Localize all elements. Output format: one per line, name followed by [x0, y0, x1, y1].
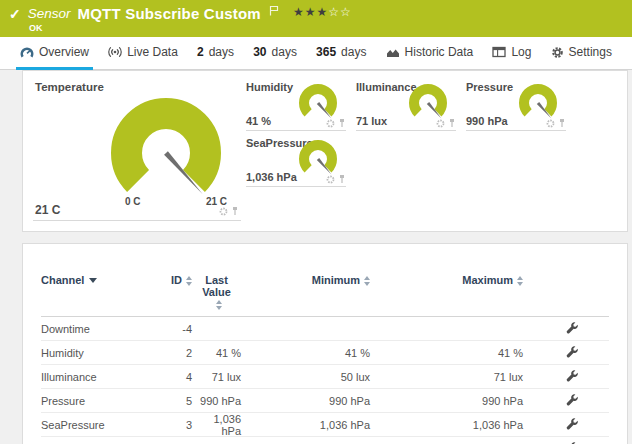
tab-log[interactable]: Log	[488, 37, 535, 70]
column-header-channel[interactable]: Channel	[41, 274, 136, 286]
tab-bar: Overview Live Data 2 days 30 days 365 da…	[0, 37, 632, 70]
table-row-humidity: Humidity 2 41 % 41 % 41 %	[41, 341, 609, 365]
gauge-pin-icon[interactable]	[231, 206, 239, 216]
gauge-panel-illuminance[interactable]: Illuminance 71 lux	[356, 81, 456, 131]
historic-data-icon	[386, 46, 400, 58]
channel-name: SeaPressure	[41, 419, 136, 431]
sort-icon	[517, 276, 523, 286]
priority-stars-filled[interactable]: ★★★	[293, 5, 328, 19]
channel-id: 2	[136, 347, 192, 359]
sensor-title: MQTT Subscribe Custom	[78, 5, 261, 22]
gauge-pin-icon[interactable]	[558, 118, 566, 128]
priority-stars[interactable]: ★★★☆☆	[293, 5, 352, 19]
tab-30-days[interactable]: 30 days	[249, 37, 301, 70]
column-label: Minimum	[312, 274, 360, 286]
tab-label: days	[209, 45, 234, 59]
channel-minimum: 1,036 hPa	[241, 419, 370, 431]
gauge-value: 71 lux	[356, 115, 387, 127]
tab-365-days[interactable]: 365 days	[312, 37, 370, 70]
column-header-last-value[interactable]: Last Value	[192, 274, 241, 310]
divider	[356, 130, 456, 131]
channel-table-card: Channel ID Last Value Minimum Maximum Do…	[22, 243, 628, 444]
gauge-panel-pressure[interactable]: Pressure 990 hPa	[466, 81, 566, 131]
table-row-illuminance: Illuminance 4 71 lux 50 lux 71 lux	[41, 365, 609, 389]
channel-name: Illuminance	[41, 371, 136, 383]
table-row-downtime: Downtime -4	[41, 317, 609, 341]
column-label: Last Value	[195, 274, 239, 298]
channel-minimum: 990 hPa	[241, 395, 370, 407]
tab-live-data[interactable]: Live Data	[104, 37, 182, 70]
column-label: ID	[171, 274, 182, 286]
gauge-settings-gear-icon[interactable]	[219, 207, 228, 216]
gauge-panel-temperature[interactable]: Temperature 0 C 21 C 21 C	[31, 79, 243, 225]
gauge-settings-gear-icon[interactable]	[436, 119, 445, 128]
gauge-settings-gear-icon[interactable]	[326, 175, 335, 184]
gauge-scale-min: 0 C	[125, 196, 141, 207]
channel-name: Humidity	[41, 347, 136, 359]
gear-icon	[551, 46, 564, 59]
gauge-pin-icon[interactable]	[338, 118, 346, 128]
gauge-settings-gear-icon[interactable]	[546, 119, 555, 128]
column-header-id[interactable]: ID	[136, 274, 192, 286]
tab-settings[interactable]: Settings	[547, 37, 616, 70]
tab-label: Settings	[569, 45, 612, 59]
channel-last-value: 1,036 hPa	[192, 413, 241, 437]
divider	[466, 130, 566, 131]
channel-maximum: 71 lux	[370, 371, 523, 383]
tab-label: days	[272, 45, 297, 59]
tab-2-days[interactable]: 2 days	[193, 37, 238, 70]
channel-name: Downtime	[41, 323, 136, 335]
channel-maximum: 990 hPa	[370, 395, 523, 407]
tab-label: Historic Data	[405, 45, 474, 59]
tab-label: Live Data	[127, 45, 178, 59]
gauge-icon	[20, 46, 34, 59]
tab-label: Overview	[39, 45, 89, 59]
gauge-settings-gear-icon[interactable]	[326, 119, 335, 128]
sort-icon	[216, 300, 222, 310]
gauge-panel-seapressure[interactable]: SeaPressure 1,036 hPa	[246, 137, 346, 187]
gauge-value: 21 C	[35, 203, 60, 217]
small-gauges-grid: Humidity 41 % Illuminance 71 lux	[246, 81, 566, 187]
channel-settings-wrench-icon[interactable]	[566, 322, 579, 335]
priority-stars-empty[interactable]: ☆☆	[328, 5, 352, 19]
temperature-gauge-dial	[91, 95, 241, 203]
flag-icon[interactable]	[269, 2, 279, 20]
channel-id: -4	[136, 323, 192, 335]
sort-active-caret-icon	[89, 278, 97, 283]
tab-day-count: 2	[197, 45, 204, 59]
sensor-header-bar: ✓ Sensor MQTT Subscribe Custom ★★★☆☆ OK	[0, 0, 632, 37]
channel-table-header: Channel ID Last Value Minimum Maximum	[41, 244, 609, 317]
column-header-maximum[interactable]: Maximum	[370, 274, 523, 286]
channel-last-value: 990 hPa	[192, 395, 241, 407]
tab-day-count: 365	[316, 45, 336, 59]
gauges-card: Temperature 0 C 21 C 21 C Humidity 41 %	[22, 70, 628, 232]
channel-settings-wrench-icon[interactable]	[566, 418, 579, 431]
channel-last-value: 41 %	[192, 347, 241, 359]
channel-minimum: 41 %	[241, 347, 370, 359]
tab-overview[interactable]: Overview	[16, 37, 93, 70]
status-ok-check-icon: ✓	[9, 6, 21, 22]
gauge-title: Temperature	[35, 81, 104, 93]
gauge-panel-humidity[interactable]: Humidity 41 %	[246, 81, 346, 131]
tab-historic-data[interactable]: Historic Data	[382, 37, 478, 70]
divider	[246, 186, 346, 187]
divider	[246, 130, 346, 131]
channel-settings-wrench-icon[interactable]	[566, 394, 579, 407]
gauge-pin-icon[interactable]	[338, 174, 346, 184]
channel-minimum: 50 lux	[241, 371, 370, 383]
gauge-title: Pressure	[466, 81, 513, 93]
column-label: Maximum	[462, 274, 513, 286]
column-label: Channel	[41, 274, 84, 286]
channel-id: 4	[136, 371, 192, 383]
tab-day-count: 30	[253, 45, 266, 59]
gauge-value: 1,036 hPa	[246, 171, 297, 183]
channel-name: Pressure	[41, 395, 136, 407]
gauge-value: 990 hPa	[466, 115, 508, 127]
channel-settings-wrench-icon[interactable]	[566, 370, 579, 383]
gauge-title: Humidity	[246, 81, 293, 93]
gauge-pin-icon[interactable]	[448, 118, 456, 128]
channel-settings-wrench-icon[interactable]	[566, 346, 579, 359]
column-header-minimum[interactable]: Minimum	[241, 274, 370, 286]
channel-last-value: 71 lux	[192, 371, 241, 383]
divider	[33, 220, 241, 221]
